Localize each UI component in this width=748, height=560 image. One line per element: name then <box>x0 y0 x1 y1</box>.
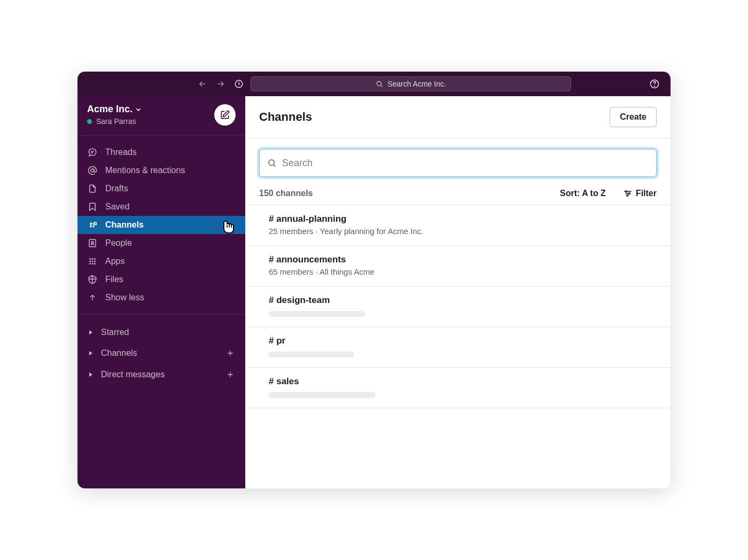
svg-point-18 <box>625 191 627 192</box>
section-starred[interactable]: Starred <box>77 322 245 343</box>
channel-meta-row: 150 channels Sort: A to Z Filter <box>245 177 671 205</box>
nav-channels[interactable]: Channels <box>77 216 245 234</box>
channel-name: # pr <box>269 336 657 346</box>
caret-right-icon <box>87 371 95 378</box>
global-search[interactable]: Search Acme Inc. <box>251 76 571 91</box>
filter-icon <box>623 189 633 198</box>
sidebar: Acme Inc. Sara Parras <box>77 96 245 488</box>
back-button[interactable] <box>195 76 210 91</box>
workspace-name: Acme Inc. <box>87 104 133 115</box>
compose-button[interactable] <box>214 104 236 126</box>
channel-search-input[interactable] <box>282 158 649 169</box>
nav-label: People <box>105 238 132 248</box>
nav-label: Files <box>105 275 123 284</box>
channel-search[interactable] <box>259 149 657 177</box>
filter-button[interactable]: Filter <box>623 189 657 198</box>
channel-item[interactable]: # design-team <box>245 286 671 327</box>
create-button[interactable]: Create <box>610 107 657 127</box>
clock-icon <box>234 79 244 89</box>
placeholder-bar <box>269 352 354 357</box>
apps-icon <box>87 256 98 267</box>
svg-point-13 <box>94 261 96 262</box>
svg-point-14 <box>89 263 91 265</box>
section-label: Channels <box>101 348 219 358</box>
workspace-switcher[interactable]: Acme Inc. Sara Parras <box>87 104 214 126</box>
search-icon <box>376 80 383 88</box>
main-header: Channels Create <box>245 96 671 138</box>
svg-point-15 <box>92 263 94 265</box>
drafts-icon <box>87 183 98 194</box>
history-button[interactable] <box>231 76 246 91</box>
topbar-nav <box>86 76 246 91</box>
svg-point-8 <box>89 258 91 260</box>
channel-count: 150 channels <box>259 189 560 198</box>
channel-list: # annual-planning25 members · Yearly pla… <box>245 205 671 488</box>
svg-point-19 <box>628 193 630 195</box>
nav-show-less[interactable]: Show less <box>77 289 245 307</box>
forward-button[interactable] <box>213 76 228 91</box>
nav-label: Channels <box>105 220 144 230</box>
search-icon <box>267 158 277 168</box>
sort-button[interactable]: Sort: A to Z <box>560 189 606 198</box>
chevron-down-icon <box>135 106 142 113</box>
channel-item[interactable]: # pr <box>245 327 671 368</box>
user-name: Sara Parras <box>96 117 136 126</box>
threads-icon <box>87 147 98 158</box>
nav-threads[interactable]: Threads <box>77 143 245 161</box>
nav-label: Apps <box>105 256 124 266</box>
add-channel-button[interactable] <box>225 348 236 359</box>
svg-point-1 <box>377 81 381 85</box>
people-icon <box>87 238 98 248</box>
compose-icon <box>220 110 230 120</box>
nav-files[interactable]: Files <box>77 270 245 289</box>
nav-label: Threads <box>105 147 137 157</box>
app-body: Acme Inc. Sara Parras <box>77 96 671 488</box>
svg-point-17 <box>269 160 275 166</box>
nav-saved[interactable]: Saved <box>77 198 245 216</box>
svg-point-5 <box>94 222 97 225</box>
mentions-icon <box>87 165 98 176</box>
svg-point-3 <box>654 86 655 87</box>
channel-name: # design-team <box>269 295 657 306</box>
page-title: Channels <box>259 110 610 124</box>
caret-right-icon <box>87 329 95 336</box>
arrow-right-icon <box>216 79 225 89</box>
files-icon <box>87 274 98 285</box>
channel-meta: 25 members · Yearly planning for Acme In… <box>269 227 657 236</box>
placeholder-bar <box>269 392 376 398</box>
section-label: Direct messages <box>101 370 219 379</box>
channel-item[interactable]: # annual-planning25 members · Yearly pla… <box>245 205 671 246</box>
global-search-placeholder: Search Acme Inc. <box>387 80 446 88</box>
channel-item[interactable]: # sales <box>245 368 671 408</box>
help-button[interactable] <box>647 76 662 91</box>
channel-name: # annual-planning <box>269 214 657 224</box>
svg-point-10 <box>94 258 96 260</box>
sidebar-header: Acme Inc. Sara Parras <box>77 96 245 136</box>
section-label: Starred <box>101 328 236 337</box>
channel-name: # announcements <box>269 254 657 265</box>
nav-people[interactable]: People <box>77 234 245 252</box>
topbar-right <box>647 76 662 91</box>
nav-apps[interactable]: Apps <box>77 252 245 270</box>
channels-browse-icon <box>87 220 98 230</box>
nav-label: Saved <box>105 202 129 212</box>
section-dms[interactable]: Direct messages <box>77 364 245 385</box>
svg-point-4 <box>91 169 94 172</box>
channel-search-row <box>245 138 671 177</box>
nav-drafts[interactable]: Drafts <box>77 180 245 198</box>
arrow-up-icon <box>87 292 98 303</box>
bookmark-icon <box>87 201 98 212</box>
channel-meta: 65 members · All things Acme <box>269 267 657 276</box>
section-channels[interactable]: Channels <box>77 343 245 364</box>
channel-item[interactable]: # announcements65 members · All things A… <box>245 246 671 286</box>
presence-indicator <box>87 119 92 124</box>
svg-point-20 <box>627 195 628 196</box>
svg-point-16 <box>94 263 96 265</box>
channel-name: # sales <box>269 376 657 387</box>
sidebar-sections: Starred Channels Direct messages <box>77 314 245 393</box>
plus-icon <box>226 349 235 357</box>
arrow-left-icon <box>198 79 207 89</box>
placeholder-bar <box>269 311 365 317</box>
nav-mentions[interactable]: Mentions & reactions <box>77 161 245 180</box>
add-dm-button[interactable] <box>225 369 236 380</box>
